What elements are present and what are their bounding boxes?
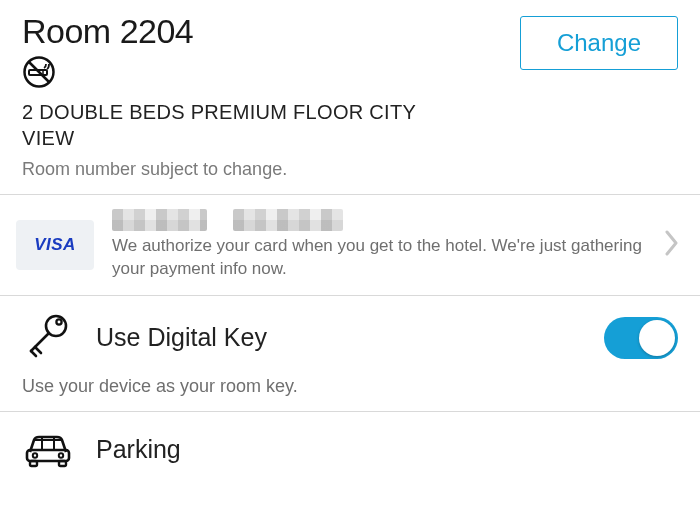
masked-card-info (112, 209, 646, 231)
svg-point-14 (59, 453, 63, 457)
change-room-button[interactable]: Change (520, 16, 678, 70)
parking-label: Parking (96, 435, 678, 464)
digital-key-row: Use Digital Key Use your device as your … (0, 296, 700, 411)
payment-row[interactable]: VISA We authorize your card when you get… (0, 195, 700, 295)
digital-key-label: Use Digital Key (96, 323, 582, 352)
room-description: 2 DOUBLE BEDS PREMIUM FLOOR CITY VIEW (22, 99, 452, 151)
payment-note: We authorize your card when you get to t… (112, 235, 646, 281)
svg-point-13 (33, 453, 37, 457)
svg-point-5 (56, 319, 61, 324)
digital-key-subtext: Use your device as your room key. (22, 376, 678, 397)
room-title: Room 2204 (22, 12, 452, 51)
svg-rect-16 (59, 461, 66, 466)
svg-line-7 (35, 347, 41, 353)
key-icon (22, 310, 74, 366)
parking-row[interactable]: Parking (0, 412, 700, 484)
chevron-right-icon (664, 229, 684, 261)
svg-rect-15 (30, 461, 37, 466)
card-brand-badge: VISA (16, 220, 94, 270)
svg-line-8 (31, 351, 36, 356)
car-icon (22, 428, 74, 472)
no-smoking-icon (22, 55, 452, 93)
digital-key-toggle[interactable] (604, 317, 678, 359)
card-brand-label: VISA (34, 235, 76, 255)
room-note: Room number subject to change. (22, 159, 452, 180)
svg-line-6 (31, 333, 49, 351)
